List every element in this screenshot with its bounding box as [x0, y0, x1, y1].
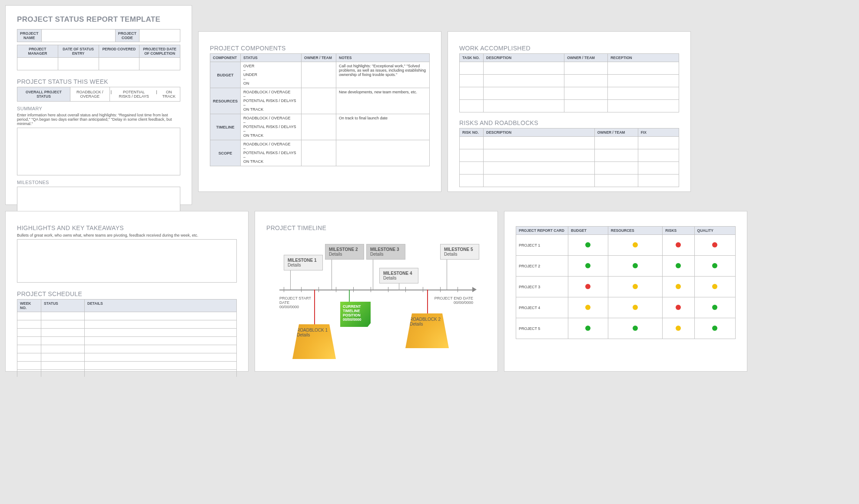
rc-row-name: PROJECT 2: [516, 256, 568, 277]
title-schedule: PROJECT SCHEDULE: [17, 290, 237, 297]
seg-opt-track[interactable]: ON TRACK: [158, 87, 180, 101]
status-dot: [608, 318, 663, 339]
title-components: PROJECT COMPONENTS: [210, 45, 430, 52]
comp-notes: New developments, new team members, etc.: [336, 88, 430, 114]
panel-components: PROJECT COMPONENTS COMPONENT STATUS OWNE…: [198, 31, 441, 192]
timeline-arrow-icon: [472, 287, 477, 292]
comp-notes: [336, 140, 430, 166]
tbl-work: TASK NO. DESCRIPTION OWNER / TEAM RECEPT…: [459, 53, 679, 112]
status-dot: [663, 297, 694, 318]
rb-box-2: ROADBLOCK 2Details: [405, 313, 449, 348]
comp-name: RESOURCES: [210, 88, 241, 114]
rc-col-resources: RESOURCES: [608, 227, 663, 235]
panel-timeline: PROJECT TIMELINE MILESTONE 1Details MILE…: [255, 211, 498, 372]
panel-highlights: HIGHLIGHTS AND KEY TAKEAWAYS Bullets of …: [5, 211, 249, 372]
summary-box[interactable]: [17, 128, 180, 175]
comp-status: ROADBLOCK / OVERAGE – POTENTIAL RISKS / …: [241, 88, 302, 114]
tbl-components: COMPONENT STATUS OWNER / TEAM NOTES BUDG…: [210, 53, 430, 166]
ms-box-4: MILESTONE 4Details: [379, 268, 418, 283]
tbl-schedule: WEEK NO. STATUS DETAILS: [17, 299, 237, 377]
rb-2: ROADBLOCK 2: [410, 317, 441, 322]
ms-1-d: Details: [288, 263, 301, 267]
current-pos: CURRENT TIMELINE POSITION00/00/0000: [340, 302, 371, 327]
status-dot: [568, 318, 608, 339]
tbl-report-card: PROJECT REPORT CARD BUDGET RESOURCES RIS…: [516, 226, 736, 339]
rb-2-d: Details: [410, 322, 423, 326]
rc-col-risks: RISKS: [663, 227, 694, 235]
status-dot: [568, 297, 608, 318]
seg-opt-risk[interactable]: POTENTIAL RISKS / DELAYS: [113, 87, 155, 101]
sect-milestones: MILESTONES: [17, 180, 180, 185]
title-highlights: HIGHLIGHTS AND KEY TAKEAWAYS: [17, 224, 237, 231]
val-proj-name[interactable]: [41, 30, 115, 42]
col-pm: PROJECT MANAGER: [17, 45, 58, 58]
tbl-meta: PROJECT MANAGER DATE OF STATUS ENTRY PER…: [17, 45, 180, 70]
status-dot: [608, 256, 663, 277]
ms-box-2: MILESTONE 2Details: [325, 244, 364, 260]
col-owner: OWNER / TEAM: [302, 54, 336, 62]
status-segment: OVERALL PROJECT STATUS ROADBLOCK / OVERA…: [17, 87, 180, 102]
col-owner2: OWNER / TEAM: [564, 54, 608, 62]
tbl-risks: RISK NO. DESCRIPTION OWNER / TEAM FIX: [459, 128, 679, 187]
title-work: WORK ACCOMPLISHED: [459, 45, 679, 52]
status-dot: [608, 235, 663, 256]
col-weekno: WEEK NO.: [17, 300, 41, 312]
comp-owner[interactable]: [302, 114, 336, 140]
highlights-box[interactable]: [17, 239, 237, 283]
ms-2-d: Details: [329, 252, 342, 257]
comp-notes: Call out highlights: "Exceptional work,"…: [336, 62, 430, 88]
col-riskdesc: DESCRIPTION: [484, 128, 595, 137]
rb-box-1: ROADBLOCK 1Details: [292, 324, 336, 359]
status-dot: [694, 318, 735, 339]
status-dot: [568, 235, 608, 256]
ms-4-d: Details: [383, 276, 397, 280]
comp-status: ROADBLOCK / OVERAGE – POTENTIAL RISKS / …: [241, 114, 302, 140]
rb-1-d: Details: [297, 333, 310, 337]
ms-4: MILESTONE 4: [383, 271, 412, 276]
comp-owner[interactable]: [302, 88, 336, 114]
comp-name: BUDGET: [210, 62, 241, 88]
col-reception: RECEPTION: [608, 54, 679, 62]
comp-owner[interactable]: [302, 140, 336, 166]
col-fix: FIX: [638, 128, 679, 137]
status-dot: [694, 297, 735, 318]
highlights-hint: Bullets of great work, who owns what, wh…: [17, 233, 237, 237]
comp-status: ROADBLOCK / OVERAGE – POTENTIAL RISKS / …: [241, 140, 302, 166]
comp-notes: On track to final launch date: [336, 114, 430, 140]
ms-3: MILESTONE 3: [370, 247, 399, 252]
timeline-axis: [279, 290, 473, 290]
sect-summary: SUMMARY: [17, 106, 180, 111]
status-dot: [663, 256, 694, 277]
title-risks: RISKS AND ROADBLOCKS: [459, 119, 679, 126]
status-dot: [608, 297, 663, 318]
ms-3-d: Details: [370, 252, 384, 257]
comp-status: OVER – UNDER – ON: [241, 62, 302, 88]
panel-status-report: PROJECT STATUS REPORT TEMPLATE PROJECT N…: [5, 5, 192, 205]
title-timeline: PROJECT TIMELINE: [266, 224, 486, 231]
tbl-proj-id: PROJECT NAME PROJECT CODE: [17, 29, 180, 42]
seg-opt-roadblock[interactable]: ROADBLOCK / OVERAGE: [70, 87, 110, 101]
status-dot: [663, 277, 694, 297]
col-notes: NOTES: [336, 54, 430, 62]
ms-box-3: MILESTONE 3Details: [366, 244, 405, 260]
lbl-proj-name: PROJECT NAME: [17, 30, 42, 42]
cap-start: PROJECT START DATE00/00/0000: [279, 296, 318, 309]
status-dot: [663, 318, 694, 339]
col-schedstatus: STATUS: [41, 300, 85, 312]
comp-owner[interactable]: [302, 62, 336, 88]
lbl-proj-code: PROJECT CODE: [115, 30, 139, 42]
comp-name: TIMELINE: [210, 114, 241, 140]
status-dot: [568, 277, 608, 297]
ms-box-1: MILESTONE 1Details: [284, 255, 323, 270]
rc-title: PROJECT REPORT CARD: [516, 227, 568, 235]
cur-lbl: CURRENT TIMELINE POSITION: [343, 304, 361, 317]
cur-date: 00/00/0000: [343, 317, 362, 322]
status-dot: [694, 277, 735, 297]
rc-row-name: PROJECT 4: [516, 297, 568, 318]
rc-row-name: PROJECT 3: [516, 277, 568, 297]
summary-hint: Enter information here about overall sta…: [17, 113, 180, 126]
rc-col-budget: BUDGET: [568, 227, 608, 235]
rc-col-quality: QUALITY: [694, 227, 735, 235]
rc-row-name: PROJECT 1: [516, 235, 568, 256]
val-proj-code[interactable]: [139, 30, 180, 42]
